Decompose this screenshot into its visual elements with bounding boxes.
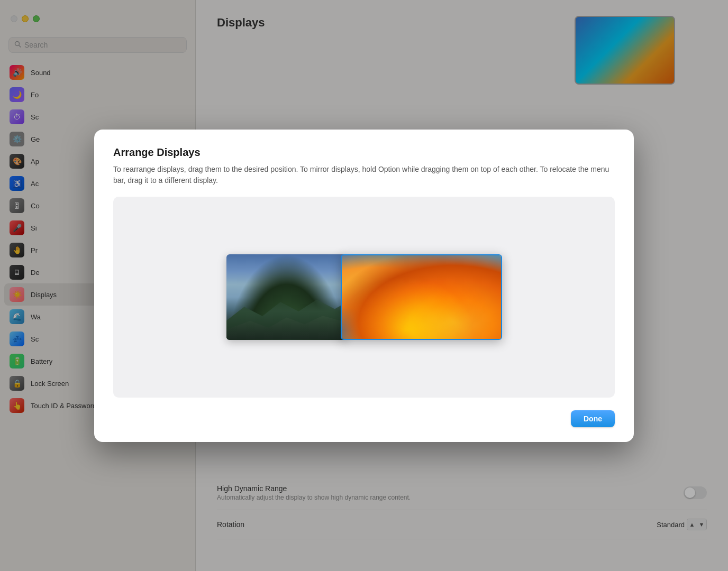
modal-footer: Done — [113, 410, 615, 427]
modal-overlay: Arrange Displays To rearrange displays, … — [0, 0, 728, 571]
arrange-displays-modal: Arrange Displays To rearrange displays, … — [94, 130, 634, 442]
display-container — [226, 254, 502, 340]
modal-title: Arrange Displays — [113, 146, 615, 159]
done-button[interactable]: Done — [571, 410, 615, 427]
builtin-display[interactable] — [341, 254, 502, 340]
external-display[interactable] — [226, 254, 347, 340]
display-arrangement-area — [113, 197, 615, 398]
builtin-display-wallpaper — [342, 255, 501, 339]
modal-description: To rearrange displays, drag them to the … — [113, 164, 615, 186]
external-display-wallpaper — [226, 254, 347, 340]
